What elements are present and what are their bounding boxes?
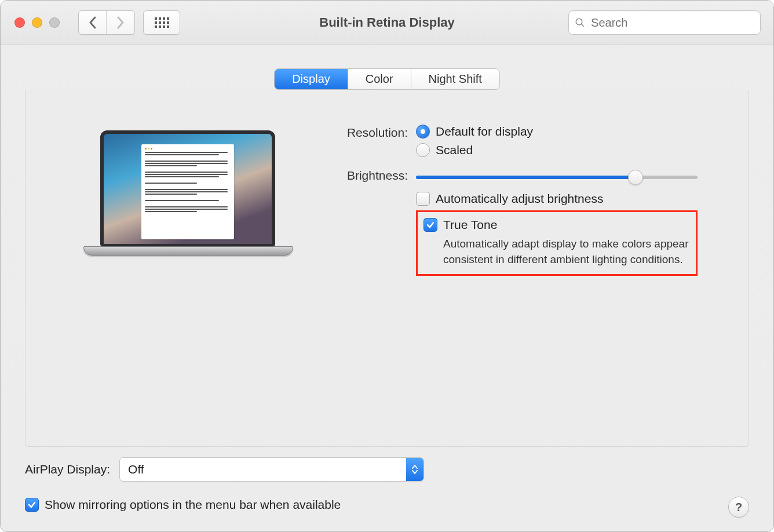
brightness-label: Brightness: bbox=[315, 167, 416, 183]
display-preview bbox=[83, 130, 292, 256]
checkbox-icon bbox=[25, 498, 39, 512]
close-window-button[interactable] bbox=[14, 17, 25, 28]
true-tone-checkbox[interactable]: True Tone bbox=[423, 218, 690, 232]
fullscreen-window-button[interactable] bbox=[49, 17, 60, 28]
slider-thumb-icon[interactable] bbox=[628, 170, 643, 185]
display-panel: Resolution: Default for display Scaled bbox=[25, 90, 749, 447]
tab-display[interactable]: Display bbox=[275, 69, 348, 89]
check-icon bbox=[426, 221, 435, 229]
check-icon bbox=[28, 501, 36, 509]
airplay-label: AirPlay Display: bbox=[25, 462, 110, 476]
traffic-lights bbox=[14, 17, 60, 28]
back-button[interactable] bbox=[79, 11, 107, 34]
svg-point-0 bbox=[576, 19, 582, 25]
search-icon bbox=[575, 17, 585, 28]
chevron-left-icon bbox=[89, 16, 97, 29]
tab-color[interactable]: Color bbox=[348, 69, 411, 89]
radio-label: Scaled bbox=[436, 143, 473, 157]
forward-button[interactable] bbox=[107, 11, 134, 34]
title-bar: Built-in Retina Display bbox=[1, 1, 773, 45]
bottom-bar: AirPlay Display: Off Show mirroring opti… bbox=[25, 443, 749, 531]
resolution-scaled-radio[interactable]: Scaled bbox=[416, 143, 698, 157]
radio-icon bbox=[416, 125, 430, 139]
true-tone-highlight: True Tone Automatically adapt display to… bbox=[416, 210, 698, 276]
auto-brightness-checkbox[interactable]: Automatically adjust brightness bbox=[416, 192, 698, 206]
grid-icon bbox=[155, 17, 169, 28]
resolution-default-radio[interactable]: Default for display bbox=[416, 125, 698, 139]
chevron-right-icon bbox=[116, 16, 125, 29]
select-arrows-icon bbox=[406, 458, 423, 481]
search-box[interactable] bbox=[568, 10, 761, 35]
checkbox-label: Show mirroring options in the menu bar w… bbox=[45, 498, 341, 512]
prefs-window: Built-in Retina Display Display Color Ni… bbox=[0, 0, 774, 532]
resolution-label: Resolution: bbox=[315, 125, 416, 140]
brightness-slider[interactable] bbox=[416, 170, 698, 185]
svg-line-1 bbox=[581, 24, 584, 27]
search-input[interactable] bbox=[590, 16, 754, 30]
minimize-window-button[interactable] bbox=[32, 17, 42, 28]
tab-bar: Display Color Night Shift bbox=[274, 68, 500, 90]
display-settings: Resolution: Default for display Scaled bbox=[315, 125, 698, 282]
mirroring-checkbox[interactable]: Show mirroring options in the menu bar w… bbox=[25, 498, 341, 512]
checkbox-icon bbox=[423, 218, 437, 232]
radio-icon bbox=[416, 143, 430, 157]
tab-night-shift[interactable]: Night Shift bbox=[411, 69, 499, 89]
airplay-value: Off bbox=[128, 462, 144, 476]
checkbox-icon bbox=[416, 192, 430, 206]
true-tone-description: Automatically adapt display to make colo… bbox=[443, 236, 690, 267]
checkbox-label: Automatically adjust brightness bbox=[436, 192, 603, 206]
laptop-screen-icon bbox=[100, 130, 275, 246]
nav-buttons bbox=[78, 10, 135, 35]
radio-label: Default for display bbox=[436, 125, 533, 139]
show-all-button[interactable] bbox=[143, 10, 180, 35]
laptop-base-icon bbox=[83, 246, 293, 256]
airplay-select[interactable]: Off bbox=[119, 457, 424, 482]
checkbox-label: True Tone bbox=[443, 218, 497, 232]
help-button[interactable]: ? bbox=[728, 497, 749, 518]
